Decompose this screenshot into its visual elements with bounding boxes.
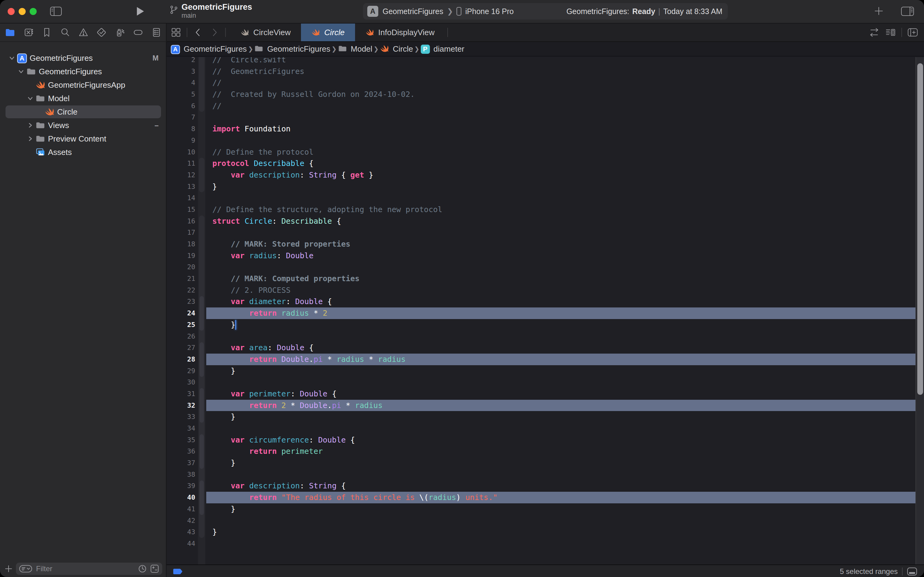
line-number[interactable]: 14 xyxy=(167,192,197,204)
breakpoints-icon[interactable] xyxy=(133,27,143,38)
line-number[interactable]: 23 xyxy=(167,296,197,308)
code-line[interactable] xyxy=(206,261,916,273)
code-line[interactable]: } xyxy=(206,181,916,193)
code-line[interactable]: // 2. PROCESS xyxy=(206,285,916,296)
line-number[interactable]: 44 xyxy=(167,538,197,550)
disclosure-right-icon[interactable] xyxy=(27,135,34,142)
line-number[interactable]: 2 xyxy=(167,57,197,66)
code-line[interactable]: var description: String { xyxy=(206,480,916,492)
line-number[interactable]: 39 xyxy=(167,480,197,492)
tab-circle[interactable]: Circle xyxy=(301,24,355,41)
code-line[interactable]: } xyxy=(206,319,916,331)
zoom-button[interactable] xyxy=(30,8,37,15)
code-line[interactable]: var description: String { get } xyxy=(206,169,916,181)
editor-layout-icon[interactable] xyxy=(901,6,914,16)
fold-ribbon-segment[interactable] xyxy=(199,158,204,192)
line-number[interactable]: 18 xyxy=(167,239,197,250)
line-number[interactable]: 20 xyxy=(167,261,197,273)
line-number[interactable]: 21 xyxy=(167,273,197,285)
code-line[interactable] xyxy=(206,377,916,388)
line-number[interactable]: 22 xyxy=(167,285,197,296)
project-navigator-icon[interactable] xyxy=(5,27,15,38)
line-number[interactable]: 17 xyxy=(167,227,197,239)
breakpoint-icon[interactable] xyxy=(173,568,183,575)
code-fold-ribbon[interactable] xyxy=(198,57,205,564)
line-number-gutter[interactable]: 2345678910111213141516171819202122232425… xyxy=(167,57,197,550)
code-line-selected[interactable]: return radius * 2 xyxy=(206,308,916,319)
breadcrumb-diameter[interactable]: Pdiameter xyxy=(421,44,464,54)
line-number[interactable]: 27 xyxy=(167,342,197,354)
issues-icon[interactable] xyxy=(78,27,89,38)
sidebar-toggle-icon[interactable] xyxy=(50,6,62,16)
code-line[interactable]: import Foundation xyxy=(206,123,916,135)
line-number[interactable]: 26 xyxy=(167,331,197,342)
code-line[interactable]: var area: Double { xyxy=(206,342,916,354)
line-number[interactable]: 41 xyxy=(167,503,197,515)
run-destination[interactable]: iPhone 16 Pro xyxy=(465,7,514,16)
line-number[interactable]: 25 xyxy=(167,319,197,331)
line-number[interactable]: 13 xyxy=(167,181,197,193)
line-number[interactable]: 5 xyxy=(167,89,197,100)
add-editor-icon[interactable] xyxy=(908,27,918,38)
line-number[interactable]: 42 xyxy=(167,515,197,527)
line-number[interactable]: 29 xyxy=(167,365,197,377)
code-line[interactable]: var diameter: Double { xyxy=(206,296,916,308)
scrollbar-thumb[interactable] xyxy=(917,63,923,395)
code-line[interactable]: } xyxy=(206,457,916,469)
code-line[interactable] xyxy=(206,423,916,434)
recent-files-clock-icon[interactable] xyxy=(138,564,147,573)
line-number[interactable]: 36 xyxy=(167,446,197,457)
code-line[interactable]: // GeometricFigures xyxy=(206,66,916,77)
sidebar-item-geometricfigures[interactable]: AGeometricFiguresM xyxy=(0,52,167,65)
code-line[interactable] xyxy=(206,469,916,480)
fold-ribbon-segment[interactable] xyxy=(200,434,204,469)
sidebar-item-views[interactable]: Views– xyxy=(0,119,167,132)
code-line[interactable]: // Circle.swift xyxy=(206,57,916,66)
code-line[interactable]: var radius: Double xyxy=(206,250,916,262)
line-number[interactable]: 8 xyxy=(167,123,197,135)
line-number[interactable]: 43 xyxy=(167,526,197,538)
line-number[interactable]: 40 xyxy=(167,492,197,503)
code-line[interactable]: var perimeter: Double { xyxy=(206,388,916,400)
code-line[interactable] xyxy=(206,135,916,147)
breadcrumb-geometricfigures[interactable]: GeometricFigures xyxy=(254,44,330,54)
fold-ribbon-segment[interactable] xyxy=(200,480,204,515)
disclosure-down-icon[interactable] xyxy=(27,95,34,102)
code-line-selected[interactable]: return Double.pi * radius * radius xyxy=(206,354,916,365)
scrollbar-track[interactable] xyxy=(916,57,924,564)
tab-circleview[interactable]: CircleView xyxy=(230,24,301,41)
breadcrumb-geometricfigures[interactable]: AGeometricFigures xyxy=(171,44,247,54)
bottom-bar-toggle-icon[interactable] xyxy=(907,567,917,576)
line-number[interactable]: 19 xyxy=(167,250,197,262)
tests-icon[interactable] xyxy=(96,27,107,38)
code-line[interactable]: // MARK: Stored properties xyxy=(206,239,916,250)
code-line[interactable]: // xyxy=(206,77,916,89)
bookmarks-icon[interactable] xyxy=(42,27,52,38)
sidebar-item-geometricfigures[interactable]: GeometricFigures xyxy=(0,65,167,78)
code-line[interactable] xyxy=(206,111,916,123)
code-line[interactable]: } xyxy=(206,503,916,515)
line-number[interactable]: 11 xyxy=(167,158,197,169)
fold-ribbon-segment[interactable] xyxy=(200,388,204,423)
sidebar-item-model[interactable]: Model xyxy=(0,92,167,105)
line-number[interactable]: 32 xyxy=(167,400,197,411)
filter-menu-icon[interactable] xyxy=(19,565,32,573)
code-line[interactable]: // Define the protocol xyxy=(206,147,916,158)
line-number[interactable]: 4 xyxy=(167,77,197,89)
source-control-changes-icon[interactable] xyxy=(23,27,34,38)
line-number[interactable]: 9 xyxy=(167,135,197,147)
code-line[interactable]: return perimeter xyxy=(206,446,916,457)
sidebar-item-geometricfiguresapp[interactable]: GeometricFiguresApp xyxy=(0,78,167,92)
breadcrumb-circle[interactable]: Circle xyxy=(380,44,413,54)
source-editor[interactable]: 2345678910111213141516171819202122232425… xyxy=(167,57,924,564)
code-line[interactable]: struct Circle: Describable { xyxy=(206,216,916,227)
tab-infodisplayview[interactable]: InfoDisplayView xyxy=(355,24,445,41)
fold-ribbon-segment[interactable] xyxy=(199,57,204,112)
fold-ribbon-segment[interactable] xyxy=(200,342,204,377)
code-line-selected[interactable]: return 2 * Double.pi * radius xyxy=(206,400,916,411)
line-number[interactable]: 7 xyxy=(167,111,197,123)
reports-icon[interactable] xyxy=(151,27,162,38)
filter-field[interactable] xyxy=(16,562,162,575)
sidebar-item-assets[interactable]: Assets xyxy=(0,145,167,159)
line-number[interactable]: 10 xyxy=(167,147,197,158)
